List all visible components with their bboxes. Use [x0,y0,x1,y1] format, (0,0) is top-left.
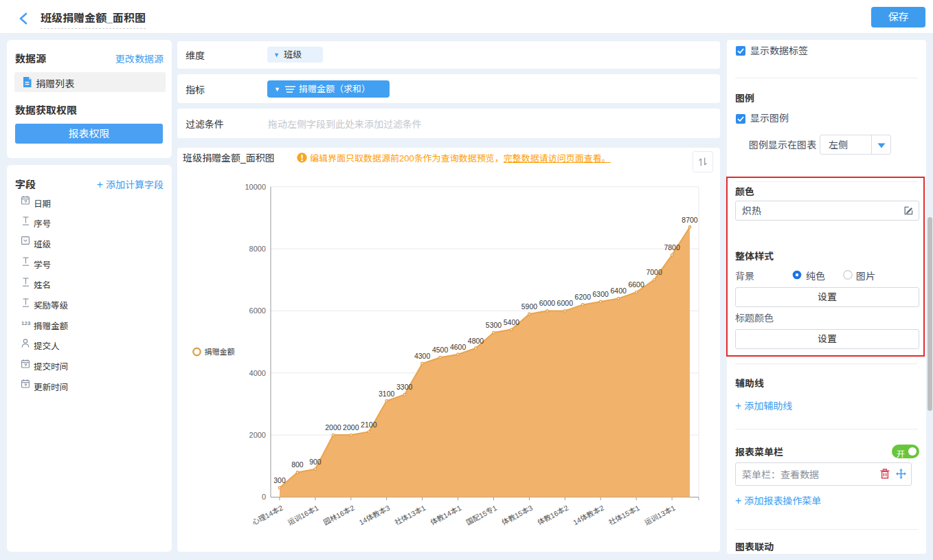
svg-text:心理14本2: 心理14本2 [251,504,284,527]
svg-text:8000: 8000 [249,245,266,253]
svg-text:6600: 6600 [628,280,644,289]
svg-text:3100: 3100 [379,390,395,398]
svg-text:6000: 6000 [249,306,266,315]
svg-text:7800: 7800 [664,243,680,251]
svg-text:6000: 6000 [557,299,574,307]
svg-text:4500: 4500 [432,346,449,354]
svg-text:3300: 3300 [396,383,413,391]
svg-text:4000: 4000 [249,369,266,377]
svg-text:6400: 6400 [611,287,627,295]
svg-text:2000: 2000 [325,423,341,432]
svg-text:5400: 5400 [504,318,520,326]
svg-text:900: 900 [309,458,322,466]
svg-text:体教15本3: 体教15本3 [500,504,534,527]
svg-text:6000: 6000 [539,299,556,307]
svg-text:300: 300 [273,476,286,484]
svg-text:4600: 4600 [450,343,466,351]
svg-text:4800: 4800 [468,337,484,345]
svg-text:体教16本2: 体教16本2 [536,504,570,527]
svg-text:7000: 7000 [646,268,662,276]
svg-text:14体教本2: 14体教本2 [572,504,605,527]
svg-text:6200: 6200 [575,293,592,301]
svg-text:6300: 6300 [593,290,609,298]
svg-text:0: 0 [262,493,266,501]
svg-text:5900: 5900 [521,302,538,311]
svg-text:2000: 2000 [343,423,359,432]
svg-text:社体15本1: 社体15本1 [607,504,641,527]
svg-text:体教14本1: 体教14本1 [429,504,462,527]
svg-text:2100: 2100 [361,421,377,429]
svg-text:国配15专1: 国配15专1 [464,504,498,527]
svg-text:社体13本1: 社体13本1 [393,504,427,527]
svg-text:5300: 5300 [486,321,502,329]
svg-text:4300: 4300 [414,352,431,360]
svg-text:2000: 2000 [249,431,266,439]
svg-text:800: 800 [291,460,304,469]
svg-text:捐赠金额: 捐赠金额 [205,348,235,356]
svg-text:运训16本1: 运训16本1 [286,504,320,527]
svg-text:14体教本3: 14体教本3 [357,504,391,527]
svg-text:8700: 8700 [682,216,698,224]
svg-text:运训13本1: 运训13本1 [643,504,677,527]
svg-text:10000: 10000 [245,183,266,191]
svg-text:园林16本2: 园林16本2 [322,504,356,527]
